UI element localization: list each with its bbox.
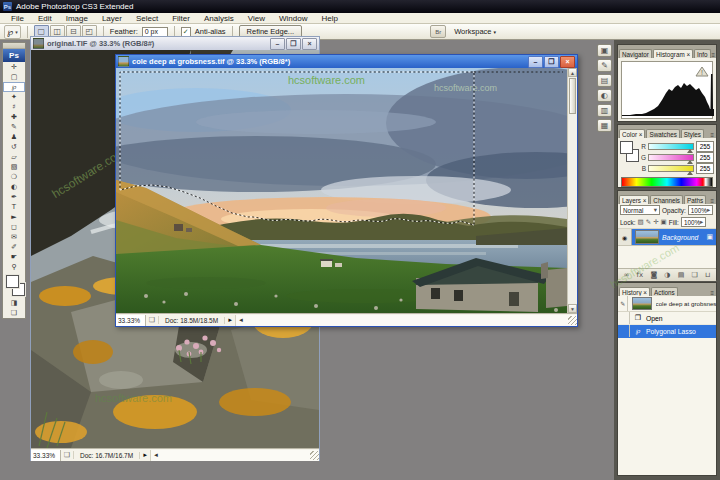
zoom-tool-button[interactable]: ⚲ [3, 262, 25, 272]
tab-histogram[interactable]: Histogram × [653, 49, 693, 58]
rectangular-marquee-tool-button[interactable]: ▢ [3, 72, 25, 82]
status-proxy-icon[interactable]: ❏ [61, 451, 74, 459]
dock-palette-icon-3[interactable]: ▤ [597, 74, 612, 87]
slider-handle-icon[interactable] [687, 160, 693, 164]
magic-wand-tool-button[interactable]: ✦ [3, 92, 25, 102]
scroll-down-icon[interactable]: ▼ [568, 304, 577, 313]
red-value-input[interactable]: 255 [696, 141, 714, 152]
vertical-scrollbar[interactable]: ▲ ▼ [567, 68, 577, 313]
menu-file[interactable]: File [4, 14, 31, 23]
eyedropper-tool-button[interactable]: ✐ [3, 242, 25, 252]
menu-window[interactable]: Window [272, 14, 314, 23]
tab-styles[interactable]: Styles [681, 129, 704, 138]
history-state-box[interactable] [618, 312, 630, 324]
menu-edit[interactable]: Edit [31, 14, 59, 23]
menu-view[interactable]: View [241, 14, 272, 23]
healing-brush-tool-button[interactable]: ✚ [3, 112, 25, 122]
slider-handle-icon[interactable] [687, 171, 693, 175]
antialias-checkbox[interactable]: ✓ [181, 27, 191, 37]
histogram-warning-icon[interactable]: ! [701, 69, 703, 76]
menu-filter[interactable]: Filter [165, 14, 197, 23]
foreground-color-swatch[interactable] [620, 141, 633, 154]
color-spectrum-ramp[interactable] [621, 177, 713, 187]
tab-layers[interactable]: Layers × [619, 195, 649, 204]
blur-tool-button[interactable]: ❍ [3, 172, 25, 182]
dodge-tool-button[interactable]: ◐ [3, 182, 25, 192]
dock-palette-icon-6[interactable]: ▦ [597, 119, 612, 132]
link-layers-icon[interactable]: ∞ [624, 271, 630, 279]
adjustment-layer-icon[interactable]: ◑ [664, 271, 670, 279]
scroll-left-icon[interactable]: ◄ [236, 317, 246, 323]
green-slider[interactable] [648, 154, 694, 161]
lock-pixels-icon[interactable]: ✎ [646, 218, 651, 226]
history-item-polygonal-lasso[interactable]: ℘Polygonal Lasso [618, 325, 716, 338]
tab-history[interactable]: History × [619, 287, 650, 296]
lock-position-icon[interactable]: ✛ [653, 218, 658, 226]
tab-paths[interactable]: Paths [684, 195, 706, 204]
blue-value-input[interactable]: 255 [696, 163, 714, 174]
status-proxy-icon[interactable]: ❏ [146, 316, 159, 324]
menu-layer[interactable]: Layer [95, 14, 129, 23]
gradient-tool-button[interactable]: ▧ [3, 162, 25, 172]
horizontal-scrollbar[interactable]: ◄ [235, 315, 577, 326]
menu-help[interactable]: Help [314, 14, 344, 23]
add-layer-mask-icon[interactable]: ◙ [650, 271, 657, 279]
layer-thumbnail[interactable] [635, 230, 659, 244]
ps-logo-button[interactable]: Ps [3, 49, 25, 62]
minimize-button[interactable]: – [270, 38, 285, 50]
resize-grip[interactable] [568, 316, 577, 325]
status-menu-arrow-icon[interactable]: ► [140, 452, 150, 458]
new-group-icon[interactable]: ▤ [678, 271, 685, 279]
screen-mode-button[interactable]: ❏ [3, 308, 25, 318]
resize-grip[interactable] [310, 451, 319, 460]
opacity-input[interactable]: 100%▸ [688, 205, 713, 215]
snapshot-thumbnail[interactable] [632, 297, 651, 310]
layer-row-background[interactable]: ◉ Background ▣ [618, 228, 716, 246]
menu-analysis[interactable]: Analysis [197, 14, 241, 23]
tool-preset-picker[interactable]: ℘ ▾ [4, 25, 21, 39]
zoom-level-input[interactable]: 33.33% [116, 315, 146, 326]
scroll-left-icon[interactable]: ◄ [151, 452, 161, 458]
history-brush-source-icon[interactable]: ✎ [618, 296, 628, 311]
maximize-button[interactable]: ❒ [286, 38, 301, 50]
front-window-titlebar[interactable]: cole deep at grobsness.tif @ 33.3% (RGB/… [116, 55, 577, 68]
tab-navigator[interactable]: Navigator [619, 49, 652, 58]
green-value-input[interactable]: 255 [696, 152, 714, 163]
new-layer-icon[interactable]: ❏ [691, 271, 697, 279]
polygonal-lasso-tool-button[interactable]: ℘ [3, 82, 25, 92]
delete-layer-icon[interactable]: ⊔ [705, 271, 710, 279]
shape-tool-button[interactable]: ◻ [3, 222, 25, 232]
tab-channels[interactable]: Channels [650, 195, 683, 204]
tab-swatches[interactable]: Swatches [646, 129, 679, 138]
pen-tool-button[interactable]: ✒ [3, 192, 25, 202]
quick-mask-button[interactable]: ◨ [3, 298, 25, 308]
scroll-up-icon[interactable]: ▲ [568, 68, 577, 77]
app-titlebar[interactable]: Ps Adobe Photoshop CS3 Extended [0, 0, 720, 13]
hand-tool-button[interactable]: ☛ [3, 252, 25, 262]
crop-tool-button[interactable]: ♯ [3, 102, 25, 112]
lock-transparency-icon[interactable]: ▨ [638, 218, 644, 226]
back-window-titlebar[interactable]: original.TIF @ 33.3% (RGB/8#) – ❒ × [31, 37, 319, 50]
tab-actions[interactable]: Actions [651, 287, 678, 296]
dock-palette-icon-5[interactable]: ▥ [597, 104, 612, 117]
horizontal-scrollbar[interactable]: ◄ [150, 450, 319, 461]
lock-all-icon[interactable]: ▣ [661, 218, 667, 226]
clone-stamp-tool-button[interactable]: ♟ [3, 132, 25, 142]
close-button[interactable]: × [560, 56, 575, 68]
visibility-eye-icon[interactable]: ◉ [618, 229, 632, 245]
fill-input[interactable]: 100%▸ [681, 217, 706, 227]
history-snapshot-row[interactable]: ✎ cole deep at grobsness.tif [618, 296, 716, 312]
red-slider[interactable] [648, 143, 694, 150]
tab-color[interactable]: Color × [619, 129, 645, 138]
dock-palette-icon-1[interactable]: ▣ [597, 44, 612, 57]
history-item-open[interactable]: ❐Open [618, 312, 716, 325]
bridge-icon[interactable]: Br [430, 25, 446, 38]
panel-menu-icon[interactable]: ≡ [712, 52, 717, 58]
history-brush-tool-button[interactable]: ↺ [3, 142, 25, 152]
layer-name[interactable]: Background [662, 234, 706, 241]
move-tool-button[interactable]: ✛ [3, 62, 25, 72]
menu-image[interactable]: Image [59, 14, 95, 23]
workspace-button[interactable]: Workspace ▾ [450, 26, 500, 37]
brush-tool-button[interactable]: ✎ [3, 122, 25, 132]
type-tool-button[interactable]: T [3, 202, 25, 212]
